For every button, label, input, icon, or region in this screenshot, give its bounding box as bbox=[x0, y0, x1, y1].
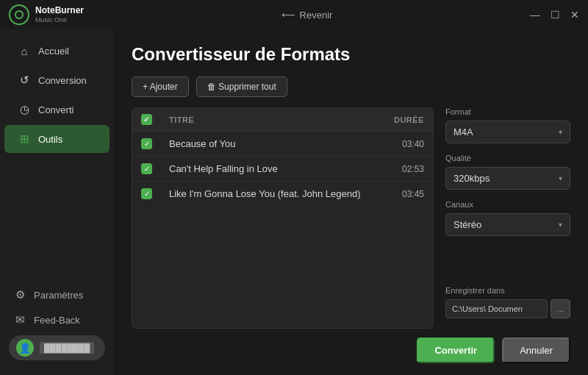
channels-chevron-icon: ▾ bbox=[559, 221, 562, 229]
settings-panel: Format M4A ▾ Qualité 320kbps ▾ Canaux bbox=[445, 107, 570, 329]
back-button[interactable]: ⟵ Revenir bbox=[282, 10, 333, 21]
app-sub: Music One bbox=[35, 16, 84, 24]
close-button[interactable]: ✕ bbox=[570, 10, 579, 20]
format-chevron-icon: ▾ bbox=[559, 128, 562, 136]
table-row[interactable]: Can't Help Falling in Love 02:53 bbox=[132, 157, 433, 182]
browse-button[interactable]: ... bbox=[551, 299, 570, 318]
select-all-checkbox[interactable] bbox=[141, 114, 152, 125]
add-button[interactable]: + Ajouter bbox=[132, 76, 189, 97]
sidebar-item-conversion[interactable]: ↺ Conversion bbox=[4, 66, 110, 94]
track-duration-1: 03:40 bbox=[365, 139, 424, 149]
sidebar-label-converti: Converti bbox=[38, 104, 74, 115]
save-path-input[interactable]: C:\Users\ Documen bbox=[445, 299, 548, 318]
sidebar-item-feedback[interactable]: ✉ Feed-Back bbox=[4, 307, 110, 332]
sidebar-item-outils[interactable]: ⊞ Outils bbox=[4, 125, 110, 153]
track-duration-3: 03:45 bbox=[365, 189, 424, 199]
title-bar: NoteBurner Music One ⟵ Revenir — ☐ ✕ bbox=[0, 0, 588, 29]
app-name-group: NoteBurner Music One bbox=[35, 5, 84, 24]
app-branding: NoteBurner Music One bbox=[9, 4, 84, 25]
sidebar-label-accueil: Accueil bbox=[38, 46, 69, 57]
sidebar-label-parametres: Paramètres bbox=[34, 290, 83, 301]
home-icon: ⌂ bbox=[18, 45, 31, 57]
app-name: NoteBurner bbox=[35, 5, 84, 15]
delete-all-button[interactable]: 🗑 Supprimer tout bbox=[196, 76, 287, 97]
format-group: Format M4A ▾ bbox=[445, 107, 570, 143]
track-panel: TITRE DURÉE Because of You 03:40 bbox=[132, 107, 434, 329]
quality-group: Qualité 320kbps ▾ bbox=[445, 154, 570, 190]
app-logo bbox=[9, 4, 29, 25]
logo-inner-ring bbox=[15, 10, 24, 19]
sidebar-spacer bbox=[0, 154, 114, 278]
quality-chevron-icon: ▾ bbox=[559, 174, 562, 182]
channels-group: Canaux Stéréo ▾ bbox=[445, 200, 570, 236]
format-value: M4A bbox=[453, 126, 473, 138]
quality-value: 320kbps bbox=[453, 173, 490, 184]
channels-select[interactable]: Stéréo ▾ bbox=[445, 213, 570, 236]
track-title-1: Because of You bbox=[162, 138, 365, 149]
cancel-button[interactable]: Annuler bbox=[502, 338, 570, 363]
track-title-3: Like I'm Gonna Lose You (feat. John Lege… bbox=[162, 188, 365, 199]
save-path-row: C:\Users\ Documen ... bbox=[445, 299, 570, 318]
header-check bbox=[141, 114, 162, 125]
channels-value: Stéréo bbox=[453, 219, 481, 230]
minimize-button[interactable]: — bbox=[530, 10, 540, 20]
track-title-2: Can't Help Falling in Love bbox=[162, 163, 365, 174]
quality-select[interactable]: 320kbps ▾ bbox=[445, 167, 570, 190]
clock-icon: ◷ bbox=[18, 103, 31, 116]
back-label: Revenir bbox=[300, 10, 333, 21]
track-table-header: TITRE DURÉE bbox=[132, 108, 433, 132]
content-split: TITRE DURÉE Because of You 03:40 bbox=[132, 107, 570, 329]
window-controls: — ☐ ✕ bbox=[530, 10, 579, 20]
back-icon: ⟵ bbox=[282, 10, 295, 21]
tools-icon: ⊞ bbox=[18, 132, 31, 146]
format-label: Format bbox=[445, 107, 570, 116]
content-area: Convertisseur de Formats + Ajouter 🗑 Sup… bbox=[114, 29, 588, 375]
main-layout: ⌂ Accueil ↺ Conversion ◷ Converti ⊞ Outi… bbox=[0, 29, 588, 375]
header-duration: DURÉE bbox=[365, 115, 424, 124]
convert-button[interactable]: Convertir bbox=[417, 338, 495, 363]
checkbox-1[interactable] bbox=[141, 138, 152, 149]
track-table: TITRE DURÉE Because of You 03:40 bbox=[132, 107, 434, 329]
sidebar-label-outils: Outils bbox=[38, 134, 62, 145]
settings-icon: ⚙ bbox=[13, 288, 26, 301]
user-bar[interactable]: 👤 ████████ bbox=[9, 335, 105, 360]
checkbox-3[interactable] bbox=[141, 188, 152, 199]
page-title: Convertisseur de Formats bbox=[132, 44, 570, 65]
sidebar: ⌂ Accueil ↺ Conversion ◷ Converti ⊞ Outi… bbox=[0, 29, 114, 375]
maximize-button[interactable]: ☐ bbox=[551, 10, 560, 20]
sidebar-item-converti[interactable]: ◷ Converti bbox=[4, 96, 110, 124]
toolbar: + Ajouter 🗑 Supprimer tout bbox=[132, 76, 570, 97]
header-title: TITRE bbox=[162, 115, 365, 124]
save-path-label: Enregistrer dans bbox=[445, 286, 570, 295]
channels-label: Canaux bbox=[445, 200, 570, 209]
track-duration-2: 02:53 bbox=[365, 164, 424, 174]
sidebar-label-conversion: Conversion bbox=[38, 75, 87, 86]
format-select[interactable]: M4A ▾ bbox=[445, 121, 570, 143]
sidebar-item-accueil[interactable]: ⌂ Accueil bbox=[4, 38, 110, 65]
table-row[interactable]: Because of You 03:40 bbox=[132, 132, 433, 157]
checkbox-2[interactable] bbox=[141, 163, 152, 174]
sidebar-label-feedback: Feed-Back bbox=[34, 315, 80, 326]
table-row[interactable]: Like I'm Gonna Lose You (feat. John Lege… bbox=[132, 182, 433, 206]
row-check-3[interactable] bbox=[141, 188, 162, 199]
user-info: ████████ bbox=[40, 342, 94, 354]
row-check-1[interactable] bbox=[141, 138, 162, 149]
bottom-bar: Convertir Annuler bbox=[132, 329, 570, 363]
mail-icon: ✉ bbox=[13, 313, 26, 326]
user-avatar: 👤 bbox=[16, 339, 34, 357]
save-path-group: Enregistrer dans C:\Users\ Documen ... bbox=[445, 286, 570, 318]
quality-label: Qualité bbox=[445, 154, 570, 162]
sidebar-item-parametres[interactable]: ⚙ Paramètres bbox=[4, 282, 110, 307]
sidebar-bottom: ⚙ Paramètres ✉ Feed-Back 👤 ████████ bbox=[0, 278, 114, 368]
row-check-2[interactable] bbox=[141, 163, 162, 174]
conversion-icon: ↺ bbox=[18, 74, 31, 87]
